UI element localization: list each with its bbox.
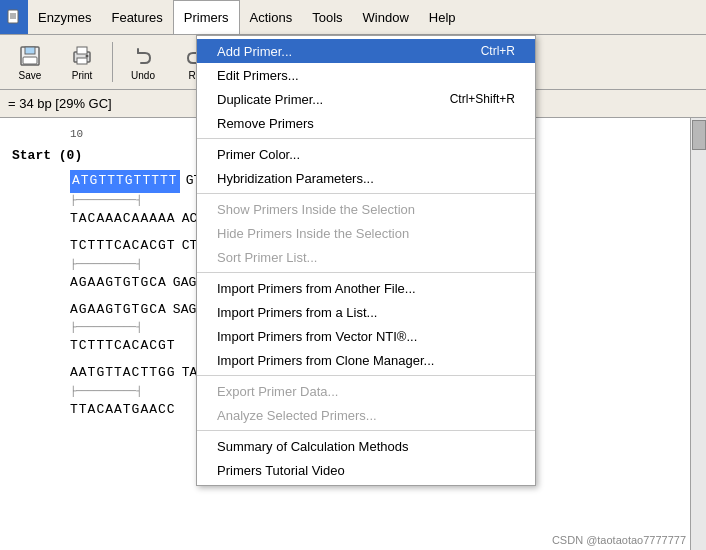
seq-top-1: ATGTTTGTTTTT (70, 170, 180, 193)
print-button[interactable]: Print (58, 38, 106, 86)
separator-5 (197, 430, 535, 431)
save-button[interactable]: Save (6, 38, 54, 86)
seq-top-4: AATGTTACTTGG (70, 363, 176, 384)
separator-3 (197, 272, 535, 273)
menu-item-summary-calculation-methods[interactable]: Summary of Calculation Methods (197, 434, 535, 458)
menu-item-primer-color[interactable]: Primer Color... (197, 142, 535, 166)
menu-actions[interactable]: Actions (240, 0, 303, 34)
scrollbar-thumb[interactable] (692, 120, 706, 150)
menu-item-edit-primers[interactable]: Edit Primers... (197, 63, 535, 87)
seq-bottom-3: TCTTTCACACGT (70, 336, 176, 357)
menu-window[interactable]: Window (353, 0, 419, 34)
menu-item-duplicate-primer[interactable]: Duplicate Primer... Ctrl+Shift+R (197, 87, 535, 111)
ruler-tick: 10 (70, 126, 83, 144)
menu-item-import-list[interactable]: Import Primers from a List... (197, 300, 535, 324)
menu-item-import-another-file[interactable]: Import Primers from Another File... (197, 276, 535, 300)
svg-point-10 (86, 54, 89, 57)
menu-bar: Enzymes Features Primers Actions Tools W… (0, 0, 706, 35)
menu-enzymes[interactable]: Enzymes (28, 0, 101, 34)
svg-rect-6 (23, 57, 37, 64)
seq-bottom-1: TACAAACAAAAA (70, 209, 176, 230)
menu-item-show-primers-selection[interactable]: Show Primers Inside the Selection (197, 197, 535, 221)
primers-dropdown-menu: Add Primer... Ctrl+R Edit Primers... Dup… (196, 35, 536, 486)
seq-right-bottom-2: GAG (173, 273, 196, 294)
svg-rect-9 (77, 58, 87, 64)
vertical-scrollbar[interactable] (690, 118, 706, 550)
menu-item-import-vector-nti[interactable]: Import Primers from Vector NTI®... (197, 324, 535, 348)
svg-rect-5 (25, 47, 35, 54)
seq-top-2: TCTTTCACACGT (70, 236, 176, 257)
toolbar-separator-1 (112, 42, 113, 82)
seq-bottom-4: TTACAATGAACC (70, 400, 176, 421)
menu-item-hide-primers-selection[interactable]: Hide Primers Inside the Selection (197, 221, 535, 245)
seq-top-3: AGAAGTGTGCA (70, 300, 167, 321)
watermark: CSDN @taotaotao7777777 (552, 534, 686, 546)
menu-item-hybridization-parameters[interactable]: Hybridization Parameters... (197, 166, 535, 190)
seq-bottom-2: AGAAGTGTGCA (70, 273, 167, 294)
menu-tools[interactable]: Tools (302, 0, 352, 34)
menu-primers[interactable]: Primers (173, 0, 240, 34)
menu-item-remove-primers[interactable]: Remove Primers (197, 111, 535, 135)
menu-item-analyze-selected-primers[interactable]: Analyze Selected Primers... (197, 403, 535, 427)
separator-4 (197, 375, 535, 376)
menu-item-import-clone-manager[interactable]: Import Primers from Clone Manager... (197, 348, 535, 372)
save-icon (18, 44, 42, 68)
status-info: = 34 bp [29% GC] (8, 96, 112, 111)
separator-2 (197, 193, 535, 194)
menu-item-sort-primer-list[interactable]: Sort Primer List... (197, 245, 535, 269)
menu-help[interactable]: Help (419, 0, 466, 34)
menu-file[interactable] (0, 0, 28, 34)
menu-item-add-primer[interactable]: Add Primer... Ctrl+R (197, 39, 535, 63)
svg-rect-8 (77, 47, 87, 54)
print-icon (70, 44, 94, 68)
file-icon (6, 9, 22, 25)
undo-icon (131, 44, 155, 68)
separator-1 (197, 138, 535, 139)
menu-features[interactable]: Features (101, 0, 172, 34)
seq-right-top-3: SAG (173, 300, 196, 321)
undo-button[interactable]: Undo (119, 38, 167, 86)
menu-item-export-primer-data[interactable]: Export Primer Data... (197, 379, 535, 403)
menu-item-primers-tutorial-video[interactable]: Primers Tutorial Video (197, 458, 535, 482)
